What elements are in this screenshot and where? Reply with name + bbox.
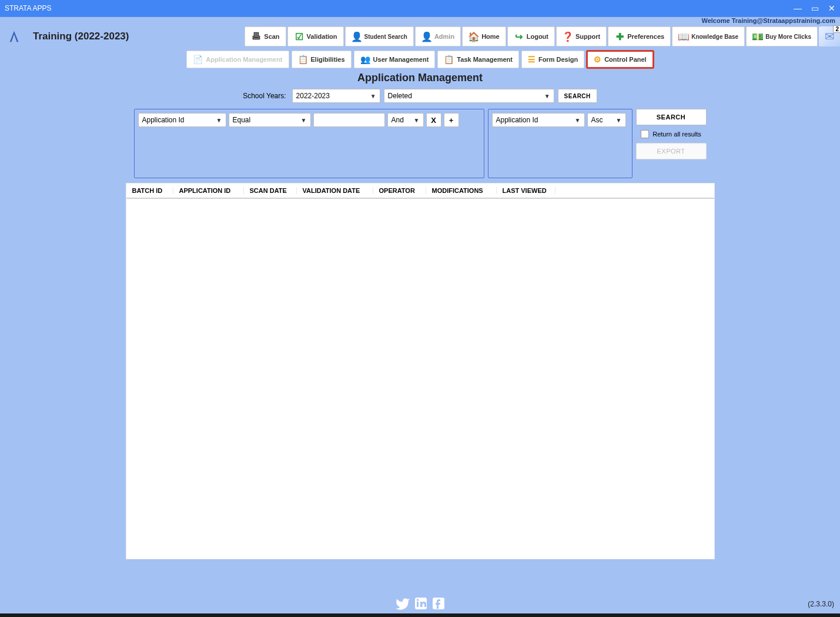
- welcome-text: Welcome Training@Strataappstraining.com: [701, 17, 835, 24]
- column-application-id[interactable]: APPLICATION ID: [173, 187, 244, 194]
- tab-user-management[interactable]: 👥User Management: [354, 51, 436, 68]
- minimize-icon[interactable]: —: [794, 4, 802, 13]
- notifications-button[interactable]: ✉ 2: [819, 26, 840, 46]
- section-heading: Application Management: [0, 72, 840, 84]
- tab-control-panel[interactable]: ⚙Control Panel: [587, 51, 654, 68]
- footer-bar: (2.3.3.0): [0, 595, 840, 613]
- preferences-button[interactable]: ✚Preferences: [608, 26, 671, 46]
- clipboard-icon: 📋: [444, 55, 454, 64]
- users-icon: 👥: [360, 55, 370, 64]
- gear-plus-icon: ✚: [614, 31, 625, 42]
- chevron-down-icon: ▼: [575, 117, 581, 124]
- logout-button[interactable]: ↪Logout: [507, 26, 555, 46]
- printer-icon: 🖶: [251, 31, 262, 42]
- app-logo-icon: [6, 28, 22, 45]
- tab-task-management[interactable]: 📋Task Management: [437, 51, 519, 68]
- column-modifications[interactable]: MODIFICATIONS: [426, 187, 497, 194]
- column-last-viewed[interactable]: LAST VIEWED: [497, 187, 555, 194]
- return-all-checkbox[interactable]: [641, 130, 649, 138]
- query-value-input[interactable]: [313, 113, 385, 127]
- scan-button[interactable]: 🖶Scan: [245, 26, 286, 46]
- tab-form-design[interactable]: ☰Form Design: [521, 51, 584, 68]
- query-logic-select[interactable]: And▼: [387, 113, 424, 127]
- question-icon: ❓: [563, 31, 573, 42]
- chevron-down-icon: ▼: [216, 117, 222, 124]
- support-button[interactable]: ❓Support: [556, 26, 607, 46]
- query-sort-panel: Application Id▼ Asc▼: [488, 109, 632, 178]
- version-label: (2.3.3.0): [808, 600, 834, 608]
- status-select[interactable]: Deleted▼: [384, 89, 554, 103]
- chevron-down-icon: ▼: [370, 93, 376, 99]
- money-icon: 💵: [752, 31, 763, 42]
- svg-point-2: [416, 599, 419, 601]
- book-icon: 📖: [678, 31, 689, 42]
- school-year-select[interactable]: 2022-2023▼: [292, 89, 380, 103]
- chevron-down-icon: ▼: [616, 117, 622, 124]
- admin-icon: 👤: [421, 31, 432, 42]
- notification-badge: 2: [833, 25, 840, 33]
- knowledge-base-button[interactable]: 📖Knowledge Base: [672, 26, 745, 46]
- filter-search-button[interactable]: SEARCH: [558, 89, 597, 103]
- chevron-down-icon: ▼: [414, 117, 420, 124]
- person-search-icon: 👤: [352, 31, 362, 42]
- chevron-down-icon: ▼: [544, 93, 550, 99]
- column-operator[interactable]: OPERATOR: [373, 187, 426, 194]
- app-name: STRATA APPS: [5, 4, 52, 12]
- taskbar: [0, 613, 840, 617]
- tab-eligibilities[interactable]: 📋Eligibilities: [292, 51, 352, 68]
- twitter-icon[interactable]: [395, 596, 410, 612]
- add-condition-button[interactable]: +: [444, 113, 459, 127]
- query-operator-select[interactable]: Equal▼: [229, 113, 311, 127]
- page-title: Training (2022-2023): [33, 31, 129, 42]
- logout-icon: ↪: [514, 31, 524, 42]
- form-icon: ☰: [528, 55, 536, 64]
- column-scan-date[interactable]: SCAN DATE: [244, 187, 297, 194]
- student-search-button[interactable]: 👤Student Search: [345, 26, 414, 46]
- close-icon[interactable]: ✕: [828, 4, 835, 13]
- linkedin-icon[interactable]: [414, 596, 428, 612]
- validation-button[interactable]: ☑Validation: [287, 26, 344, 46]
- column-validation-date[interactable]: VALIDATION DATE: [297, 187, 373, 194]
- query-conditions-panel: Application Id▼ Equal▼ And▼ X +: [134, 109, 484, 178]
- list-icon: 📋: [298, 55, 308, 64]
- gear-icon: ⚙: [594, 55, 601, 64]
- query-field-select[interactable]: Application Id▼: [138, 113, 226, 127]
- admin-button[interactable]: 👤Admin: [415, 26, 461, 46]
- column-batch-id[interactable]: BATCH ID: [126, 187, 173, 194]
- facebook-icon[interactable]: [431, 596, 446, 612]
- checklist-icon: ☑: [294, 31, 304, 42]
- results-table: BATCH ID APPLICATION ID SCAN DATE VALIDA…: [126, 183, 715, 559]
- welcome-bar: Welcome Training@Strataappstraining.com: [0, 16, 840, 26]
- query-search-button[interactable]: SEARCH: [636, 109, 707, 125]
- sort-field-select[interactable]: Application Id▼: [492, 113, 585, 127]
- svg-rect-1: [417, 602, 419, 607]
- return-all-label: Return all results: [652, 131, 701, 138]
- chevron-down-icon: ▼: [301, 117, 307, 124]
- buy-more-clicks-button[interactable]: 💵Buy More Clicks: [746, 26, 818, 46]
- sort-direction-select[interactable]: Asc▼: [587, 113, 626, 127]
- maximize-icon[interactable]: ▭: [811, 4, 819, 13]
- remove-condition-button[interactable]: X: [426, 113, 441, 127]
- export-button: EXPORT: [636, 143, 707, 159]
- school-years-label: School Years:: [243, 92, 286, 100]
- title-bar: STRATA APPS — ▭ ✕: [0, 0, 840, 16]
- document-icon: 📄: [193, 55, 203, 64]
- home-icon: 🏠: [468, 31, 479, 42]
- home-button[interactable]: 🏠Home: [462, 26, 506, 46]
- tab-application-management[interactable]: 📄Application Management: [186, 51, 289, 68]
